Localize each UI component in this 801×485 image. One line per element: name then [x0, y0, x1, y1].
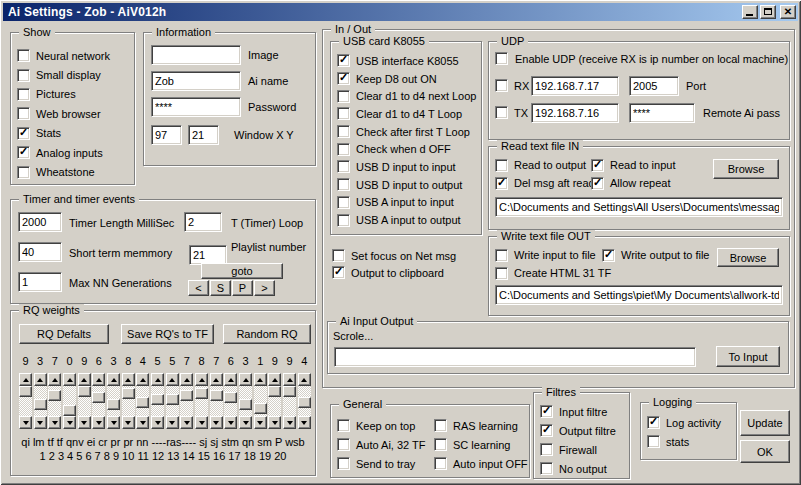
checkbox-stats[interactable]: Stats	[17, 124, 132, 143]
image-field[interactable]	[151, 45, 241, 65]
checkbox-web-browser[interactable]: Web browser	[17, 104, 132, 123]
nav-prev-button[interactable]: <	[188, 280, 209, 296]
scroll-thumb[interactable]	[239, 399, 252, 410]
checkbox[interactable]	[540, 424, 553, 437]
scroll-track[interactable]	[268, 386, 281, 416]
scroll-down-button[interactable]	[34, 416, 47, 429]
timer-length-field[interactable]	[18, 212, 62, 232]
checkbox-keep-on-top[interactable]: Keep on top	[337, 416, 434, 435]
scroll-thumb[interactable]	[180, 390, 193, 401]
update-button[interactable]: Update	[740, 410, 790, 436]
scroll-down-button[interactable]	[210, 416, 223, 429]
scroll-down-button[interactable]	[195, 416, 208, 429]
rq-slider-scrollbar[interactable]	[107, 373, 120, 429]
checkbox-output-filtre[interactable]: Output filtre	[540, 421, 627, 440]
checkbox-auto-input-off[interactable]: Auto input OFF	[434, 454, 528, 473]
checkbox[interactable]	[337, 214, 350, 227]
scroll-up-button[interactable]	[63, 373, 76, 386]
checkbox-check-when-d-off[interactable]: Check when d OFF	[337, 140, 479, 158]
scroll-down-button[interactable]	[19, 416, 32, 429]
scroll-up-button[interactable]	[298, 373, 311, 386]
scroll-thumb[interactable]	[224, 392, 237, 403]
scroll-track[interactable]	[180, 386, 193, 416]
checkbox[interactable]	[337, 54, 350, 67]
rq-slider-scrollbar[interactable]	[239, 373, 252, 429]
rx-port-field[interactable]	[629, 76, 679, 96]
scroll-thumb[interactable]	[107, 399, 120, 410]
checkbox[interactable]	[337, 160, 350, 173]
checkbox-clear-d1-to-d4-next-loop[interactable]: Clear d1 to d4 next Loop	[337, 87, 479, 105]
checkbox[interactable]	[337, 107, 350, 120]
checkbox-ras-learning[interactable]: RAS learning	[434, 416, 528, 435]
scroll-down-button[interactable]	[78, 416, 91, 429]
minimize-button[interactable]	[742, 5, 758, 19]
scroll-down-button[interactable]	[283, 416, 296, 429]
scroll-up-button[interactable]	[166, 373, 179, 386]
checkbox[interactable]	[17, 69, 30, 82]
scroll-up-button[interactable]	[195, 373, 208, 386]
scroll-thumb[interactable]	[19, 386, 32, 397]
scroll-thumb[interactable]	[254, 403, 267, 414]
rx-ip-field[interactable]	[531, 76, 619, 96]
checkbox-analog-inputs[interactable]: Analog inputs	[17, 143, 132, 162]
scroll-track[interactable]	[166, 386, 179, 416]
scroll-thumb[interactable]	[92, 392, 105, 403]
checkbox[interactable]	[337, 196, 350, 209]
checkbox[interactable]	[591, 177, 604, 190]
scroll-thumb[interactable]	[122, 388, 135, 399]
scroll-thumb[interactable]	[166, 394, 179, 405]
checkbox-sc-learning[interactable]: SC learning	[434, 435, 528, 454]
checkbox[interactable]	[495, 249, 508, 262]
checkbox-stats[interactable]: stats	[647, 432, 734, 451]
scroll-thumb[interactable]	[78, 386, 91, 397]
checkbox[interactable]	[337, 72, 350, 85]
checkbox[interactable]	[495, 159, 508, 172]
checkbox-usb-d-input-to-input[interactable]: USB D input to input	[337, 158, 479, 176]
checkbox[interactable]	[337, 90, 350, 103]
tx-checkbox[interactable]	[495, 106, 508, 119]
scroll-track[interactable]	[283, 386, 296, 416]
maximize-button[interactable]	[760, 5, 776, 19]
checkbox[interactable]	[337, 125, 350, 138]
max-nn-field[interactable]	[18, 272, 62, 292]
scroll-up-button[interactable]	[78, 373, 91, 386]
to-input-button[interactable]: To Input	[716, 346, 780, 367]
scroll-thumb[interactable]	[34, 399, 47, 410]
checkbox[interactable]	[434, 457, 447, 470]
checkbox[interactable]	[434, 438, 447, 451]
scroll-track[interactable]	[48, 386, 61, 416]
scroll-thumb[interactable]	[63, 405, 76, 416]
window-x-field[interactable]	[151, 125, 182, 145]
rq-slider-scrollbar[interactable]	[283, 373, 296, 429]
checkbox-set-focus-on-net-msg[interactable]: Set focus on Net msg	[332, 247, 492, 264]
ok-button[interactable]: OK	[740, 440, 790, 463]
scroll-track[interactable]	[63, 386, 76, 416]
rq-slider-scrollbar[interactable]	[180, 373, 193, 429]
scroll-down-button[interactable]	[224, 416, 237, 429]
scroll-down-button[interactable]	[298, 416, 311, 429]
save-rq-to-tf-button[interactable]: Save RQ's to TF	[121, 324, 214, 344]
scroll-down-button[interactable]	[239, 416, 252, 429]
scroll-thumb[interactable]	[268, 386, 281, 397]
scroll-track[interactable]	[19, 386, 32, 416]
read-in-browse-button[interactable]: Browse	[713, 159, 779, 179]
checkbox[interactable]	[337, 438, 350, 451]
scroll-thumb[interactable]	[298, 397, 311, 408]
scroll-track[interactable]	[136, 386, 149, 416]
rx-checkbox[interactable]	[495, 79, 508, 92]
nav-s-button[interactable]: S	[210, 280, 231, 296]
rq-slider-scrollbar[interactable]	[122, 373, 135, 429]
checkbox-auto-ai-32-tf[interactable]: Auto Ai, 32 TF	[337, 435, 434, 454]
rq-slider-scrollbar[interactable]	[298, 373, 311, 429]
scroll-down-button[interactable]	[122, 416, 135, 429]
checkbox-del-msg-aft-read[interactable]: Del msg aft read	[495, 174, 591, 192]
scroll-thumb[interactable]	[136, 397, 149, 408]
scroll-down-button[interactable]	[48, 416, 61, 429]
scroll-track[interactable]	[151, 386, 164, 416]
checkbox[interactable]	[647, 435, 660, 448]
checkbox-read-to-input[interactable]: Read to input	[591, 156, 710, 174]
checkbox-create-html-31-tf[interactable]: Create HTML 31 TF	[495, 264, 602, 282]
password-field[interactable]	[151, 97, 241, 117]
rq-defaults-button[interactable]: RQ Defalts	[19, 324, 109, 344]
checkbox[interactable]	[337, 419, 350, 432]
